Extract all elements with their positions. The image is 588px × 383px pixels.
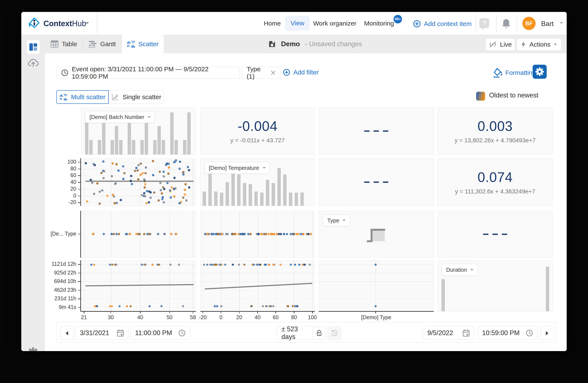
x-axis-tick (169, 311, 170, 313)
matrix-cell-r1c1: [Demo] Batch Number (81, 107, 196, 155)
matrix-cell-r3c1 (81, 211, 196, 258)
scatter-dot (310, 233, 312, 235)
previous-range-button[interactable] (60, 326, 74, 340)
dash (364, 131, 370, 132)
y-axis-tick (78, 196, 80, 196)
chevron-down-icon (343, 220, 346, 221)
y-axis-tick (78, 299, 80, 299)
correlation-summary: 0.074y = 111,302.6x + 4.363249e+7 (438, 158, 552, 206)
histogram-bar (254, 192, 258, 206)
histogram-bar (289, 192, 292, 206)
correlation-summary: 0.003y = 13,802.26x + 4.790493e+7 (438, 108, 552, 154)
end-time-input[interactable]: 10:59:00 PM (478, 326, 538, 340)
x-axis-tick (203, 311, 203, 313)
gridline (193, 211, 193, 257)
x-axis-tick-label: 60 (267, 314, 284, 321)
scatter-dot (280, 233, 282, 235)
trend-line (200, 260, 315, 311)
scatter-matrix: [Demo] Batch Number-0.004y = -0.011x + 4… (21, 12, 567, 351)
correlation-value: 0.074 (477, 169, 513, 185)
y-axis-tick-label: 694d 10h (42, 278, 76, 284)
multi-scatter-label: Multi scatter (71, 94, 105, 101)
scatter-dot (175, 233, 177, 235)
history-icon (331, 330, 338, 337)
scatter-dot (270, 233, 272, 235)
range-duration-control[interactable]: ± 523 days (276, 326, 326, 340)
matrix-cell-r3c3: Type (319, 211, 434, 258)
cell-variable-dropdown[interactable]: Type (323, 214, 350, 226)
scatter-dot (290, 233, 292, 235)
scatter-dot (300, 233, 302, 235)
x-axis-tick (140, 311, 141, 313)
dash (364, 181, 370, 183)
cell-variable-dropdown[interactable]: [Demo] Temperature (204, 162, 270, 174)
scatter-dot (137, 233, 139, 235)
lock-icon (316, 330, 322, 336)
dash (383, 131, 388, 132)
histogram-bar (295, 192, 298, 206)
histogram-bar (226, 182, 229, 206)
x-axis-tick (239, 311, 240, 313)
y-axis-line (80, 211, 81, 258)
histogram-bar (272, 183, 275, 206)
histogram-bar (102, 121, 105, 154)
no-data-indicator (319, 158, 434, 206)
y-axis-line (80, 260, 81, 311)
calendar-icon (117, 329, 124, 337)
gridline (169, 211, 170, 257)
y-axis-tick-label: 1121d 12h (42, 261, 76, 267)
cell-variable-dropdown[interactable]: [Demo] Batch Number (85, 111, 155, 123)
y-axis-tick (78, 162, 80, 163)
scatter-dot (170, 233, 172, 235)
y-axis-tick-label: 20 (42, 186, 76, 192)
y-axis-tick (78, 281, 80, 282)
histogram-bar (170, 112, 174, 154)
multi-scatter-toggle[interactable]: Multi scatter (56, 90, 109, 104)
y-axis-tick-label: 80 (42, 166, 76, 172)
gridline (203, 211, 204, 257)
reset-time-button[interactable] (327, 326, 341, 340)
range-lock-button[interactable] (313, 327, 325, 339)
x-axis-tick-label: 20 (231, 314, 248, 321)
scatter-dot (267, 233, 270, 235)
cell-variable-dropdown[interactable]: Duration (442, 264, 478, 276)
scatter-dot (112, 233, 115, 235)
x-axis-tick-label: 100 (304, 314, 321, 321)
dash (383, 181, 388, 183)
scatter-dot (232, 233, 234, 235)
chevron-down-icon (470, 269, 473, 271)
y-axis-tick-label: 462d 23h (42, 287, 76, 293)
scatter-dot (234, 233, 237, 235)
matrix-cell-r4c1 (81, 260, 196, 311)
scatter-dot (157, 233, 159, 235)
next-range-button[interactable] (540, 326, 554, 340)
x-axis-line (319, 311, 434, 312)
scatter-dot (221, 233, 223, 235)
histogram-bar (243, 183, 246, 206)
scatter-dot (244, 233, 246, 235)
histogram-bar (208, 172, 212, 206)
scatter-dot (297, 233, 299, 235)
histogram-bar (85, 121, 88, 154)
no-data-indicator (319, 108, 434, 154)
histogram-bar (162, 140, 165, 154)
histogram-bar (260, 192, 264, 206)
end-date-input[interactable]: 9/5/2022 (423, 326, 474, 340)
histogram-bar (237, 174, 241, 206)
matrix-cell-r4c3 (319, 260, 434, 311)
histogram-bar (119, 140, 123, 154)
dash (502, 234, 507, 235)
gridline (319, 307, 434, 308)
start-time-input[interactable]: 11:00:00 PM (131, 326, 190, 340)
x-axis-tick (294, 311, 294, 313)
start-date-input[interactable]: 3/31/2021 (75, 326, 128, 340)
gridline (376, 260, 376, 311)
x-axis-tick-label: -20 (194, 314, 211, 321)
calendar-icon (463, 329, 470, 337)
y-axis-tick (78, 202, 80, 203)
scatter-dot (164, 233, 166, 235)
x-axis-line (81, 311, 196, 312)
y-axis-tick-label: 100 (42, 159, 76, 165)
start-date-value: 3/31/2021 (80, 329, 109, 337)
y-axis-tick (78, 307, 80, 308)
